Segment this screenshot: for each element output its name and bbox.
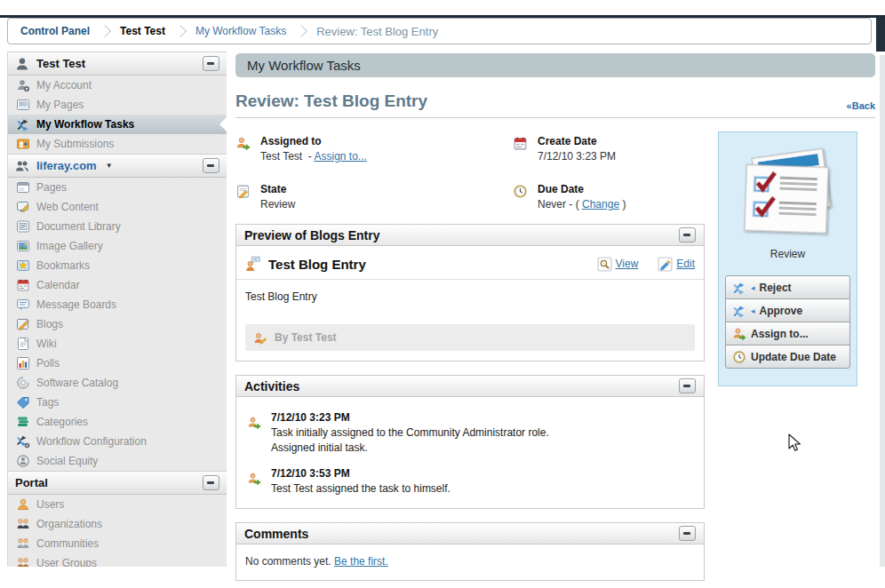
sidebar-section-header-liferay-com: liferay.com▼	[8, 154, 227, 178]
breadcrumb-my-workflow-tasks[interactable]: My Workflow Tasks	[195, 25, 286, 37]
sidebar-item-categories[interactable]: Categories	[8, 412, 227, 432]
sidebar-item-my-submissions[interactable]: My Submissions	[8, 134, 227, 154]
blogs-icon	[16, 317, 30, 331]
sidebar-item-social-equity[interactable]: Social Equity	[8, 451, 227, 471]
person-icon	[15, 57, 29, 71]
task-metadata: Assigned to Test Test - Assign to... Cre…	[235, 135, 733, 211]
assigned-to-label: Assigned to	[260, 135, 367, 147]
sidebar-item-my-workflow-tasks[interactable]: My Workflow Tasks	[8, 115, 227, 134]
organizations-icon	[16, 517, 30, 531]
web-content-icon	[16, 200, 30, 214]
sidebar-item-bookmarks[interactable]: Bookmarks	[8, 256, 227, 275]
preview-panel: Preview of Blogs Entry Test Blog Entry V…	[235, 224, 705, 362]
sidebar-item-label: My Account	[36, 79, 92, 91]
sidebar-item-label: My Pages	[36, 99, 84, 111]
sidebar-item-label: Organizations	[36, 518, 102, 530]
small-arrow-icon: ◂	[751, 306, 755, 315]
sidebar-item-calendar[interactable]: Calendar	[8, 275, 227, 295]
sidebar-item-label: Pages	[36, 181, 67, 194]
sidebar-item-organizations[interactable]: Organizations	[8, 514, 227, 534]
sidebar-item-software-catalog[interactable]: Software Catalog	[8, 373, 227, 393]
comments-panel: Comments No comments yet. Be the first.	[235, 522, 705, 581]
collapse-button[interactable]	[679, 526, 696, 541]
collapse-button[interactable]	[203, 475, 219, 490]
breadcrumb-control-panel[interactable]: Control Panel	[20, 25, 90, 37]
review-stage-icon	[733, 147, 843, 237]
sidebar-item-workflow-configuration[interactable]: Workflow Configuration	[8, 432, 227, 451]
sidebar-item-label: Blogs	[36, 318, 63, 330]
sidebar-item-label: Polls	[36, 357, 60, 369]
be-the-first-link[interactable]: Be the first.	[334, 555, 388, 568]
activities-panel-header: Activities	[236, 376, 704, 397]
reject-button[interactable]: ◂Reject	[725, 275, 850, 299]
sidebar-item-label: Social Equity	[36, 455, 98, 467]
activity-text: Test Test assigned the task to himself.	[271, 482, 450, 495]
back-link[interactable]: «Back	[847, 100, 875, 111]
create-date-label: Create Date	[538, 135, 616, 147]
sidebar-item-web-content[interactable]: Web Content	[8, 197, 227, 217]
pages-icon	[16, 98, 30, 112]
sidebar-item-image-gallery[interactable]: Image Gallery	[8, 236, 227, 256]
collapse-button[interactable]	[203, 158, 219, 173]
wiki-icon	[16, 337, 30, 351]
change-due-date-link[interactable]: Change	[582, 198, 619, 211]
sidebar-section-title: liferay.com	[36, 159, 97, 172]
state-value: Review	[260, 198, 295, 211]
sidebar-item-label: Workflow Configuration	[36, 435, 147, 448]
task-button-label: Approve	[760, 305, 803, 317]
software-catalog-icon	[16, 376, 30, 390]
breadcrumb-user[interactable]: Test Test	[120, 25, 165, 37]
approve-button[interactable]: ◂Approve	[725, 298, 850, 322]
collapse-button[interactable]	[679, 227, 696, 242]
bookmarks-icon	[16, 258, 30, 273]
sidebar-item-document-library[interactable]: Document Library	[8, 217, 227, 236]
state-label: State	[260, 183, 295, 195]
polls-icon	[16, 356, 30, 370]
assign-to-button[interactable]: Assign to...	[725, 322, 850, 346]
sidebar-item-my-pages[interactable]: My Pages	[8, 95, 227, 115]
field-due-date: Due Date Never - ( Change )	[513, 183, 733, 211]
field-create-date: Create Date 7/12/10 3:23 PM	[513, 135, 733, 163]
field-state: State Review	[235, 183, 513, 211]
no-comments-text: No comments yet.	[245, 555, 331, 568]
update-due-date-button[interactable]: Update Due Date	[725, 345, 850, 369]
sidebar-item-wiki[interactable]: Wiki	[8, 334, 227, 354]
sidebar-item-tags[interactable]: Tags	[8, 393, 227, 412]
due-date-suffix: )	[622, 198, 626, 211]
caret-down-icon[interactable]: ▼	[106, 162, 113, 170]
workflow-stage-label: Review	[719, 248, 857, 260]
sidebar-item-pages[interactable]: Pages	[8, 178, 227, 197]
sidebar-item-message-boards[interactable]: Message Boards	[8, 295, 227, 314]
comments-panel-header: Comments	[236, 523, 704, 544]
view-link[interactable]: View	[597, 257, 639, 272]
sidebar-item-blogs[interactable]: Blogs	[8, 314, 227, 334]
author-pencil-icon	[253, 330, 267, 345]
workflow-task-panel: Review ◂Reject◂ApproveAssign to...Update…	[718, 131, 857, 386]
users-icon	[16, 497, 30, 512]
activity-entry: 7/12/10 3:23 PMTask initially assigned t…	[245, 404, 695, 460]
assigned-to-separator: -	[308, 150, 312, 163]
field-assigned-to: Assigned to Test Test - Assign to...	[235, 135, 513, 163]
task-button-label: Reject	[760, 282, 792, 294]
assign-icon	[247, 416, 261, 430]
sidebar-item-label: Users	[36, 498, 64, 511]
sidebar-item-communities[interactable]: Communities	[8, 534, 227, 553]
activity-entry: 7/12/10 3:53 PMTest Test assigned the ta…	[245, 460, 695, 501]
sidebar-item-user-groups[interactable]: User Groups	[8, 553, 227, 567]
sidebar-section-header-portal: Portal	[8, 471, 227, 495]
edit-link[interactable]: Edit	[658, 257, 695, 272]
blog-author-icon	[245, 256, 261, 272]
collapse-button[interactable]	[203, 56, 219, 71]
comments-panel-title: Comments	[244, 527, 308, 541]
communities-icon	[16, 536, 30, 551]
workflow-icon	[16, 117, 30, 131]
assign-to-link[interactable]: Assign to...	[314, 150, 366, 163]
people-icon	[15, 159, 29, 173]
sidebar-item-polls[interactable]: Polls	[8, 354, 227, 373]
sidebar-item-users[interactable]: Users	[8, 495, 227, 514]
collapse-button[interactable]	[679, 378, 696, 393]
scrollbar-track[interactable]	[880, 55, 885, 567]
sidebar-item-my-account[interactable]: My Account	[8, 75, 227, 95]
task-button-label: Update Due Date	[751, 351, 836, 363]
portlet-title-bar: My Workflow Tasks	[235, 53, 875, 77]
